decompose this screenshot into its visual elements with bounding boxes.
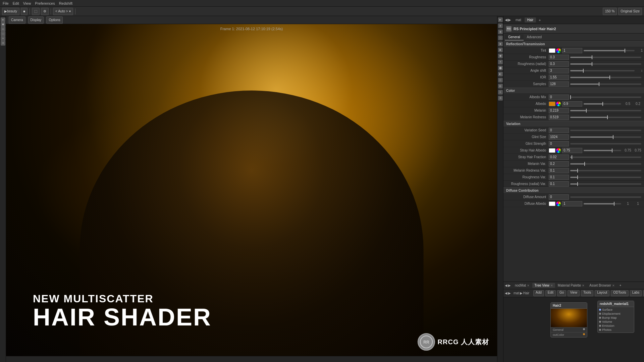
diffuse-albedo-slider[interactable] [584, 203, 621, 204]
angle-shift-value[interactable] [549, 68, 569, 73]
stray-albedo-swatch[interactable] [549, 148, 555, 153]
diffuse-albedo-swatch[interactable] [549, 201, 555, 206]
tab-tree-view[interactable]: Tree View✕ [532, 283, 555, 288]
region-btn[interactable]: ⬚ [32, 8, 40, 15]
tint-color-swatch[interactable] [549, 48, 555, 53]
btn-tools[interactable]: Tools [581, 290, 593, 296]
roughness-slider[interactable] [570, 57, 641, 58]
size-btn[interactable]: Original Size [618, 8, 642, 15]
diffuse-amount-value[interactable] [549, 194, 569, 200]
nav-forward-btn[interactable]: ▶ [508, 18, 511, 22]
samples-slider[interactable] [570, 83, 641, 85]
sidebar-icon-5[interactable]: ✕ [1, 36, 5, 41]
glint-size-slider[interactable] [570, 136, 641, 138]
auto-dropdown[interactable]: < Auto > ▾ [53, 8, 73, 15]
btn-layout[interactable]: Layout [595, 290, 609, 296]
tint-slider[interactable] [584, 50, 635, 51]
roughness-radial-var-value[interactable] [549, 181, 569, 187]
add-bottom-tab-btn[interactable]: + [618, 283, 624, 288]
menu-preferences[interactable]: Preferences [35, 1, 55, 5]
rs-icon-6[interactable]: ▣ [498, 48, 503, 52]
breadcrumb-hair[interactable]: Hair [523, 291, 529, 295]
btn-go[interactable]: Go [557, 290, 566, 296]
melanin-redness-var-value[interactable] [549, 168, 569, 173]
render-btn[interactable]: ▶ beauty [2, 8, 19, 15]
glint-strength-value[interactable] [549, 141, 569, 146]
rs-icon-4[interactable]: ⬡ [498, 36, 503, 40]
stray-albedo-value[interactable] [562, 148, 582, 153]
btn-add[interactable]: Add [533, 290, 544, 296]
albedo-color-swatch[interactable] [549, 102, 555, 106]
melanin-value[interactable] [549, 108, 569, 113]
rs-icon-11[interactable]: ◫ [498, 78, 503, 82]
stray-fraction-slider[interactable] [570, 157, 641, 158]
material-palette-close[interactable]: ✕ [582, 284, 585, 287]
tab-nodmat[interactable]: nodMat✕ [513, 283, 532, 288]
rs-icon-3[interactable]: ◉ [498, 29, 503, 34]
stray-fraction-value[interactable] [549, 155, 569, 160]
melanin-var-slider[interactable] [570, 163, 641, 165]
rs-icon-10[interactable]: ◧ [498, 72, 503, 76]
node-area[interactable]: Hair2 General outColor redshift [503, 297, 644, 362]
stray-albedo-slider[interactable] [584, 150, 621, 151]
rs-icon-9[interactable]: ⬤ [498, 66, 503, 70]
nav-back-btn[interactable]: ◀ [505, 18, 507, 22]
glint-size-value[interactable] [549, 134, 569, 140]
btn-edit[interactable]: Edit [545, 290, 556, 296]
asset-browser-close[interactable]: ✕ [612, 284, 615, 287]
roughness-radial-var-slider[interactable] [570, 183, 641, 185]
menu-edit[interactable]: Edit [13, 1, 19, 5]
zoom-level[interactable]: 150 % [603, 8, 617, 15]
bottom-toolbar-fwd[interactable]: ▶ [508, 291, 511, 295]
angle-shift-slider[interactable] [570, 70, 635, 71]
add-tab-btn[interactable]: + [537, 17, 543, 23]
albedo-color-wheel[interactable] [556, 102, 561, 106]
glint-strength-slider[interactable] [570, 143, 641, 144]
variation-seed-slider[interactable] [570, 130, 641, 131]
diffuse-albedo-value[interactable] [562, 201, 582, 206]
tab-advanced[interactable]: Advanced [524, 34, 545, 41]
roughness-radial-value[interactable] [549, 61, 569, 67]
rs-icon-13[interactable]: ℹ [498, 90, 503, 95]
node-rs-material[interactable]: redshift_material1 Surface Displacement [597, 301, 634, 333]
rs-icon-14[interactable]: ⚙ [498, 96, 503, 101]
stray-albedo-wheel[interactable] [556, 148, 561, 153]
ior-value[interactable] [549, 75, 569, 80]
bottom-nav-back[interactable]: ◀ [505, 284, 507, 287]
menu-redshift[interactable]: Redshift [59, 1, 72, 5]
melanin-slider[interactable] [570, 110, 641, 111]
melanin-redness-value[interactable] [549, 115, 569, 120]
viewport-display-btn[interactable]: Display [28, 16, 44, 24]
sidebar-icon-1[interactable]: ◈ [1, 17, 5, 22]
roughness-radial-slider[interactable] [570, 63, 641, 65]
sidebar-icon-2[interactable]: ⬟ [1, 22, 5, 27]
bottom-nav-fwd[interactable]: ▶ [508, 284, 511, 287]
tab-hair2[interactable]: Hair [525, 17, 536, 22]
melanin-redness-slider[interactable] [570, 117, 641, 118]
rs-icon-1[interactable]: ▶ [498, 17, 503, 22]
breadcrumb-mat[interactable]: mat [514, 291, 519, 295]
melanin-redness-var-slider[interactable] [570, 170, 641, 171]
tree-view-close[interactable]: ✕ [550, 284, 553, 287]
diffuse-albedo-wheel[interactable] [556, 201, 561, 206]
albedo-mix-value[interactable] [549, 95, 569, 100]
tint-color-wheel[interactable] [556, 48, 561, 53]
render-stop-btn[interactable]: ■ [21, 8, 28, 15]
btn-labs[interactable]: Labs [630, 290, 642, 296]
tab-material-palette[interactable]: Material Palette✕ [556, 283, 587, 288]
rs-icon-2[interactable]: ◈ [498, 23, 503, 28]
sidebar-icon-3[interactable]: ◎ [1, 27, 5, 32]
nodmat-close[interactable]: ✕ [527, 284, 530, 287]
node-hair2[interactable]: Hair2 General outColor [550, 302, 587, 338]
sidebar-icon-6[interactable]: ☰ [1, 41, 5, 46]
melanin-var-value[interactable] [549, 161, 569, 167]
viewport-canvas[interactable]: Frame 1: 2021-08-12 17:10:19 (2.54s) NEW… [6, 24, 497, 356]
menu-file[interactable]: File [3, 1, 9, 5]
roughness-var-slider[interactable] [570, 177, 641, 178]
diffuse-amount-slider[interactable] [570, 196, 641, 198]
rs-icon-5[interactable]: ◆ [498, 42, 503, 46]
rs-icon-7[interactable]: ⬢ [498, 54, 503, 58]
bottom-toolbar-back[interactable]: ◀ [505, 291, 507, 295]
variation-seed-value[interactable] [549, 128, 569, 133]
roughness-value[interactable] [549, 55, 569, 60]
